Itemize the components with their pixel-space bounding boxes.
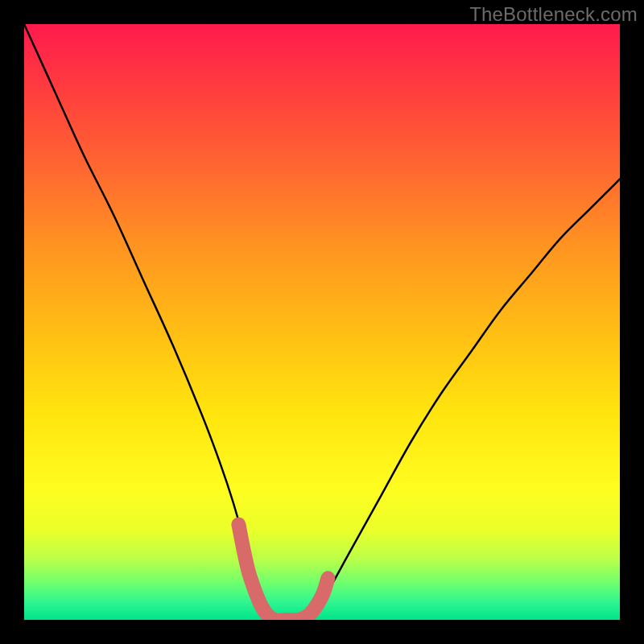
watermark-text: TheBottleneck.com xyxy=(469,3,638,26)
chart-frame: TheBottleneck.com xyxy=(0,0,644,644)
plot-area xyxy=(24,24,620,620)
curve-layer xyxy=(24,24,620,620)
accent-segment xyxy=(238,525,328,620)
bottleneck-curve xyxy=(24,24,620,620)
